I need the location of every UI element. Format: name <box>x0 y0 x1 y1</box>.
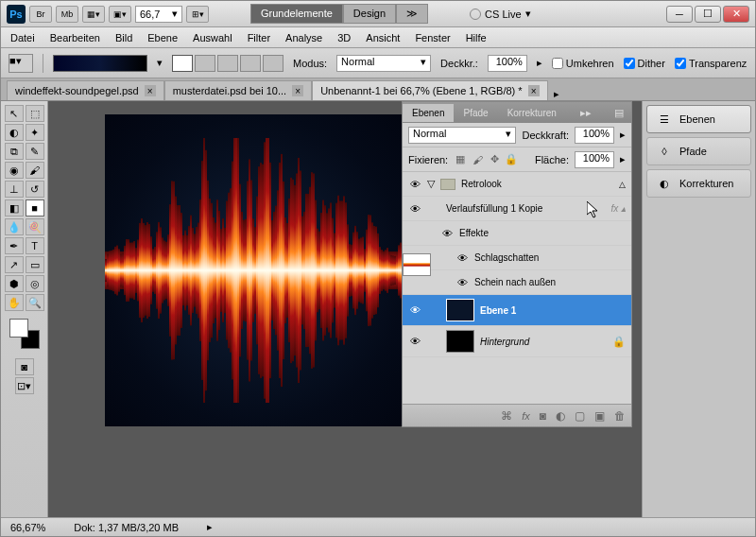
workspace-more[interactable]: ≫ <box>396 4 428 24</box>
tool-preset-picker[interactable]: ■▾ <box>9 54 33 73</box>
close-tab-icon[interactable]: × <box>528 85 540 96</box>
dock-ebenen[interactable]: ☰Ebenen <box>646 105 751 133</box>
3d-tool[interactable]: ⬢ <box>5 275 24 292</box>
menu-3d[interactable]: 3D <box>337 32 351 43</box>
menu-bearbeiten[interactable]: Bearbeiten <box>50 32 100 43</box>
layer-row-ebene1[interactable]: 👁 Ebene 1 <box>403 295 631 326</box>
close-tab-icon[interactable]: × <box>292 85 303 96</box>
status-doc-size[interactable]: Dok: 1,37 MB/3,20 MB <box>74 522 179 533</box>
dither-checkbox[interactable]: Dither <box>624 58 665 69</box>
visibility-icon[interactable]: 👁 <box>408 336 421 347</box>
lock-pixels-icon[interactable]: 🖌 <box>471 153 484 166</box>
panel-collapse-icon[interactable]: ▸▸ <box>573 107 599 119</box>
diamond-gradient-button[interactable] <box>263 55 284 72</box>
shape-tool[interactable]: ▭ <box>26 256 44 273</box>
effect-outerglow[interactable]: 👁 Schein nach außen <box>403 270 631 295</box>
new-layer-icon[interactable]: ▣ <box>594 409 605 423</box>
expand-icon[interactable]: ▽ <box>427 178 435 190</box>
status-zoom[interactable]: 66,67% <box>10 522 45 533</box>
tab-overflow[interactable]: ▸ <box>554 88 559 100</box>
doc-tab-2[interactable]: musterdatei.psd bei 10...× <box>164 80 312 100</box>
menu-datei[interactable]: Datei <box>10 32 35 43</box>
layer-mask-icon[interactable]: ◙ <box>540 409 546 423</box>
color-picker[interactable] <box>9 319 40 349</box>
dock-pfade[interactable]: ◊Pfade <box>646 137 751 165</box>
radial-gradient-button[interactable] <box>195 55 215 72</box>
link-layers-icon[interactable]: ⌘ <box>501 409 512 423</box>
layer-row-fill[interactable]: 👁 Verlaufsfüllung 1 Kopie fx ▴ <box>403 197 631 221</box>
fx-icon[interactable]: fx ▴ <box>610 203 626 214</box>
close-tab-icon[interactable]: × <box>145 85 156 96</box>
magic-wand-tool[interactable]: ✦ <box>26 124 44 141</box>
menu-filter[interactable]: Filter <box>248 32 270 43</box>
bridge-button[interactable]: Br <box>29 6 52 23</box>
hand-tool[interactable]: ✋ <box>5 294 24 311</box>
panel-tab-ebenen[interactable]: Ebenen <box>403 104 454 122</box>
new-group-icon[interactable]: ▢ <box>575 409 585 423</box>
reverse-checkbox[interactable]: Umkehren <box>552 58 614 69</box>
reflected-gradient-button[interactable] <box>240 55 261 72</box>
menu-ansicht[interactable]: Ansicht <box>366 32 400 43</box>
minibridge-button[interactable]: Mb <box>56 6 78 23</box>
minimize-button[interactable]: ─ <box>666 6 693 23</box>
blur-tool[interactable]: 💧 <box>5 218 24 235</box>
lock-transparency-icon[interactable]: ▦ <box>454 153 467 166</box>
extras-button[interactable]: ⊞▾ <box>186 6 209 23</box>
panel-menu-icon[interactable]: ▤ <box>607 107 631 119</box>
menu-auswahl[interactable]: Auswahl <box>193 32 232 43</box>
menu-hilfe[interactable]: Hilfe <box>466 32 487 43</box>
menu-analyse[interactable]: Analyse <box>285 32 322 43</box>
pen-tool[interactable]: ✒ <box>5 237 24 254</box>
effect-dropshadow[interactable]: 👁 Schlagschatten <box>403 246 631 270</box>
blend-mode-select[interactable]: Normal▾ <box>336 55 431 72</box>
close-button[interactable]: ✕ <box>723 6 749 23</box>
visibility-icon[interactable]: 👁 <box>455 277 469 288</box>
fill-input[interactable]: 100% <box>575 151 614 168</box>
opacity-input[interactable]: 100% <box>488 55 527 72</box>
arrange-docs-button[interactable]: ▦▾ <box>82 6 105 23</box>
visibility-icon[interactable]: 👁 <box>408 203 421 215</box>
zoom-field[interactable]: 66,7▾ <box>135 6 182 23</box>
layer-opacity-input[interactable]: 100% <box>575 127 614 144</box>
path-select-tool[interactable]: ↗ <box>5 256 24 273</box>
layer-group-row[interactable]: 👁 ▽ Retrolook △ <box>403 172 631 197</box>
dock-korrekturen[interactable]: ◐Korrekturen <box>646 169 751 198</box>
adjustment-layer-icon[interactable]: ◐ <box>556 409 565 423</box>
healing-tool[interactable]: ◉ <box>5 162 24 179</box>
quickmask-button[interactable]: ◙ <box>15 358 34 375</box>
workspace-grundelemente[interactable]: Grundelemente <box>250 4 343 24</box>
screen-mode-button[interactable]: ▣▾ <box>109 6 131 23</box>
canvas-area[interactable]: ☰Ebenen ◊Pfade ◐Korrekturen Ebenen Pfade… <box>48 101 755 517</box>
move-tool[interactable]: ↖ <box>5 105 24 122</box>
doc-tab-3[interactable]: Unbenannt-1 bei 66,7% (Ebene 1, RGB/8) *… <box>312 80 547 100</box>
menu-bild[interactable]: Bild <box>115 32 132 43</box>
screenmode-toggle[interactable]: ⊡▾ <box>15 377 34 394</box>
visibility-icon[interactable]: 👁 <box>440 228 454 239</box>
maximize-button[interactable]: ☐ <box>695 6 721 23</box>
eyedropper-tool[interactable]: ✎ <box>26 143 44 160</box>
cslive-button[interactable]: CS Live▾ <box>470 8 531 20</box>
lasso-tool[interactable]: ◐ <box>5 124 24 141</box>
eraser-tool[interactable]: ◧ <box>5 199 24 217</box>
crop-tool[interactable]: ⧉ <box>5 143 24 160</box>
menu-fenster[interactable]: Fenster <box>415 32 450 43</box>
workspace-design[interactable]: Design <box>343 4 396 24</box>
layer-style-icon[interactable]: fx <box>522 409 530 423</box>
panel-tab-korrekturen[interactable]: Korrekturen <box>498 104 566 122</box>
stamp-tool[interactable]: ⊥ <box>5 181 24 198</box>
zoom-tool[interactable]: 🔍 <box>26 294 44 311</box>
angle-gradient-button[interactable] <box>217 55 238 72</box>
history-brush-tool[interactable]: ↺ <box>26 181 44 198</box>
visibility-icon[interactable]: 👁 <box>408 304 421 316</box>
delete-layer-icon[interactable]: 🗑 <box>614 409 626 423</box>
3d-camera-tool[interactable]: ◎ <box>26 275 44 292</box>
dodge-tool[interactable]: 🍭 <box>26 218 44 235</box>
linear-gradient-button[interactable] <box>172 55 193 72</box>
marquee-tool[interactable]: ⬚ <box>26 105 44 122</box>
lock-position-icon[interactable]: ✥ <box>488 153 501 166</box>
visibility-icon[interactable]: 👁 <box>455 252 469 264</box>
gradient-tool[interactable]: ■ <box>26 199 44 217</box>
lock-all-icon[interactable]: 🔒 <box>505 153 518 166</box>
effects-row[interactable]: 👁 Effekte <box>403 221 631 246</box>
layer-blend-select[interactable]: Normal▾ <box>408 127 516 144</box>
